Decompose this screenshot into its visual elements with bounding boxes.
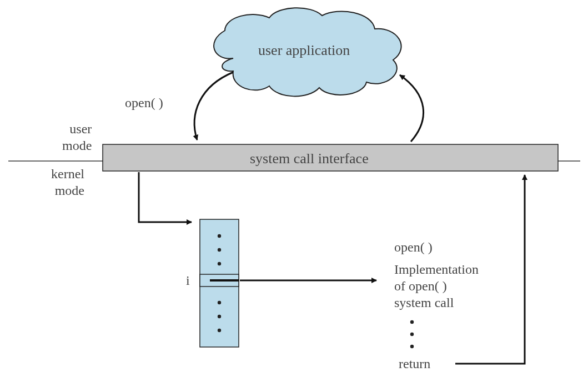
- impl-header: open( ): [394, 239, 433, 255]
- svg-point-7: [218, 315, 221, 318]
- svg-point-8: [218, 329, 221, 332]
- mode-word-top: mode: [62, 138, 92, 153]
- svg-point-11: [410, 345, 414, 348]
- impl-line1: Implementation: [394, 261, 479, 278]
- user-mode-label: user mode: [62, 120, 92, 154]
- svg-point-6: [218, 301, 221, 304]
- diagram-stage: user application open( ) user mode kerne…: [0, 0, 588, 382]
- cloud-label: user application: [258, 42, 350, 60]
- kernel-word: kernel: [51, 167, 84, 181]
- syscall-table: [200, 219, 239, 347]
- svg-point-4: [218, 248, 221, 252]
- mode-word-bottom: mode: [55, 183, 84, 198]
- impl-line2: of open( ): [394, 278, 447, 294]
- open-call-label: open( ): [125, 94, 163, 111]
- arrow-interface-to-app: [400, 75, 424, 142]
- impl-return: return: [399, 355, 430, 372]
- svg-point-10: [410, 333, 414, 336]
- impl-ellipsis: [410, 320, 414, 348]
- table-index-label: i: [186, 272, 190, 289]
- kernel-mode-label: kernel mode: [51, 165, 84, 199]
- svg-point-3: [218, 234, 221, 238]
- svg-point-5: [218, 262, 221, 265]
- interface-bar-label: system call interface: [250, 150, 369, 168]
- impl-line3: system call: [394, 294, 454, 311]
- svg-point-9: [410, 320, 414, 324]
- arrow-app-to-interface: [194, 72, 233, 140]
- user-word: user: [69, 122, 92, 136]
- arrow-interface-to-table: [139, 172, 192, 222]
